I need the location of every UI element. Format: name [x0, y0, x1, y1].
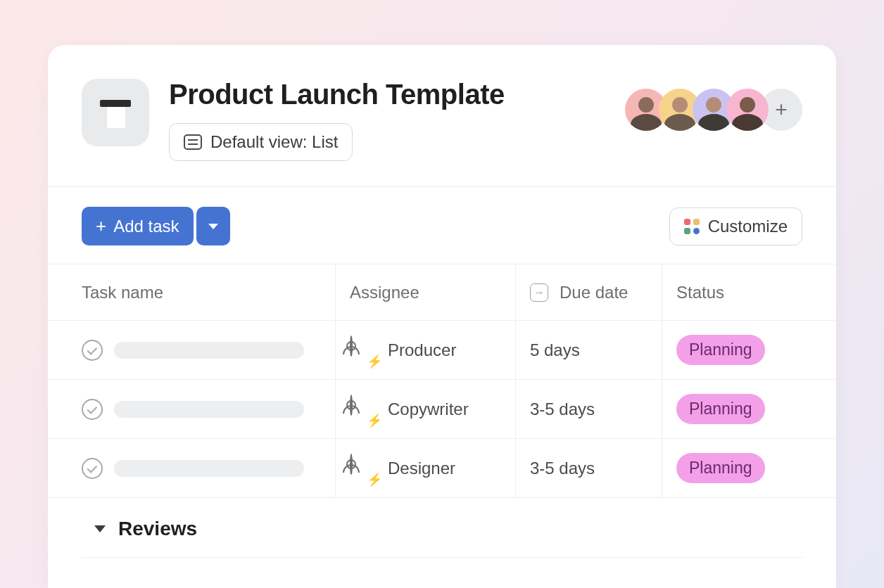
- customize-button[interactable]: Customize: [669, 207, 802, 245]
- assignee-cell[interactable]: ⚡ Designer: [335, 439, 515, 497]
- assignee-auto-icon: ⚡: [350, 455, 377, 482]
- task-table: Task name Assignee Due date Status ⚡: [48, 264, 836, 558]
- status-badge: Planning: [676, 335, 765, 365]
- view-label: Default view: List: [210, 132, 338, 152]
- due-cell[interactable]: 5 days: [515, 321, 662, 379]
- assignee-auto-icon: ⚡: [350, 396, 377, 423]
- project-title[interactable]: Product Launch Template: [169, 79, 605, 110]
- due-label: 3-5 days: [530, 459, 595, 478]
- chevron-down-icon: [208, 224, 218, 229]
- collapse-icon[interactable]: [94, 525, 106, 532]
- status-cell[interactable]: Planning: [662, 439, 802, 497]
- assignee-label: Producer: [388, 340, 456, 360]
- table-row[interactable]: ⚡ Producer 5 days Planning: [48, 320, 836, 379]
- assignee-cell[interactable]: ⚡ Producer: [335, 321, 515, 379]
- section-header[interactable]: Reviews: [48, 497, 836, 551]
- member-avatars: +: [625, 89, 802, 131]
- table-row[interactable]: ⚡ Copywriter 3-5 days Planning: [48, 379, 836, 438]
- project-card: Product Launch Template Default view: Li…: [48, 45, 836, 588]
- col-header-status[interactable]: Status: [662, 264, 802, 320]
- task-name-cell[interactable]: [82, 380, 335, 438]
- task-name-placeholder: [114, 460, 304, 477]
- task-name-cell[interactable]: [82, 321, 335, 379]
- project-icon: [82, 79, 149, 146]
- col-header-due[interactable]: Due date: [515, 264, 662, 320]
- plus-icon: +: [96, 215, 106, 237]
- toolbar: + Add task Customize: [48, 187, 836, 253]
- divider: [82, 557, 802, 558]
- col-header-assignee[interactable]: Assignee: [335, 264, 515, 320]
- due-label: 5 days: [530, 340, 580, 360]
- assignee-label: Copywriter: [388, 400, 469, 419]
- status-cell[interactable]: Planning: [662, 321, 802, 379]
- avatar[interactable]: [726, 89, 769, 131]
- customize-label: Customize: [708, 217, 788, 236]
- list-icon: [184, 134, 202, 150]
- plus-icon: +: [775, 98, 788, 122]
- task-name-cell[interactable]: [82, 439, 335, 497]
- complete-toggle-icon[interactable]: [82, 399, 103, 420]
- due-cell[interactable]: 3-5 days: [515, 380, 662, 438]
- due-cell[interactable]: 3-5 days: [515, 439, 662, 497]
- complete-toggle-icon[interactable]: [82, 340, 103, 361]
- assignee-label: Designer: [388, 459, 455, 478]
- add-task-button[interactable]: + Add task: [82, 207, 194, 245]
- status-badge: Planning: [676, 394, 765, 424]
- add-task-label: Add task: [113, 217, 179, 236]
- add-task-dropdown-button[interactable]: [196, 207, 230, 245]
- calendar-arrow-icon: [530, 283, 548, 302]
- project-header: Product Launch Template Default view: Li…: [48, 45, 836, 187]
- table-row[interactable]: ⚡ Designer 3-5 days Planning: [48, 438, 836, 497]
- customize-icon: [684, 219, 700, 234]
- add-task-group: + Add task: [82, 207, 230, 245]
- due-label: 3-5 days: [530, 400, 595, 419]
- assignee-cell[interactable]: ⚡ Copywriter: [335, 380, 515, 438]
- view-selector[interactable]: Default view: List: [169, 123, 353, 161]
- task-name-placeholder: [114, 401, 304, 418]
- task-name-placeholder: [114, 342, 304, 359]
- table-header-row: Task name Assignee Due date Status: [48, 264, 836, 320]
- complete-toggle-icon[interactable]: [82, 458, 103, 479]
- status-badge: Planning: [676, 453, 765, 483]
- assignee-auto-icon: ⚡: [350, 337, 377, 364]
- section-title: Reviews: [118, 518, 197, 540]
- col-header-task[interactable]: Task name: [82, 264, 335, 320]
- status-cell[interactable]: Planning: [662, 380, 802, 438]
- title-block: Product Launch Template Default view: Li…: [169, 79, 605, 161]
